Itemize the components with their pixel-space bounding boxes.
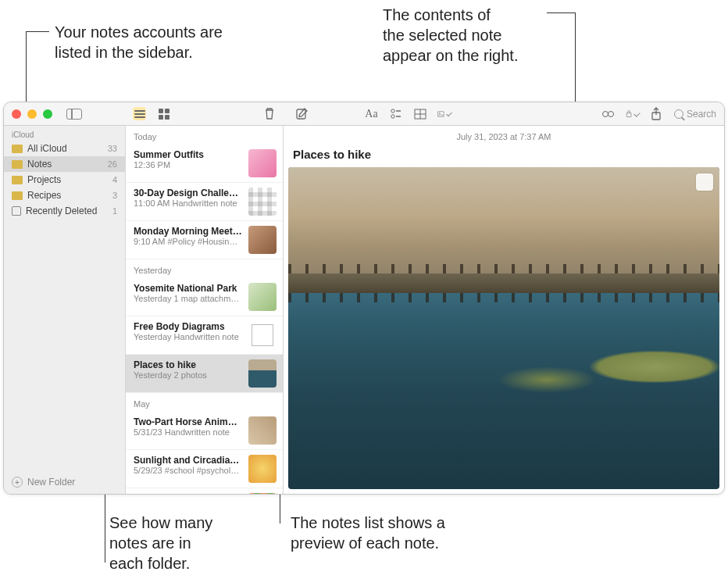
note-time: Yesterday: [134, 370, 172, 380]
folder-icon: [12, 176, 23, 184]
zoom-button[interactable]: [43, 109, 52, 119]
svg-rect-8: [626, 113, 631, 117]
sidebar-account-header: iCloud: [4, 126, 125, 141]
new-note-icon[interactable]: [295, 107, 309, 120]
folder-icon: [12, 145, 23, 153]
gallery-view-icon[interactable]: [157, 107, 170, 120]
sidebar-item-recently-deleted[interactable]: Recently Deleted 1: [4, 203, 125, 219]
sidebar-item-count: 33: [108, 144, 117, 153]
note-time: 12:36 PM: [134, 160, 170, 170]
note-title: Yosemite National Park: [134, 283, 242, 294]
toolbar-right: Search: [601, 107, 716, 120]
note-time: Yesterday: [134, 294, 172, 303]
callout-accounts: Your notes accounts are listed in the si…: [55, 22, 223, 63]
note-time: 5/31/23: [134, 427, 162, 437]
note-title: Places to hike: [134, 359, 242, 370]
note-thumbnail: [248, 149, 277, 177]
note-preview: Handwritten note: [162, 427, 230, 437]
search-field[interactable]: Search: [674, 109, 716, 120]
note-item[interactable]: Nature Walks 5/25/23Handwritten note: [126, 488, 283, 494]
checklist-icon[interactable]: [389, 107, 402, 120]
note-item[interactable]: 30-Day Design Challen… 11:00 AMHandwritt…: [126, 183, 283, 221]
new-folder-label: New Folder: [27, 477, 75, 488]
note-attachment-image[interactable]: [288, 167, 719, 489]
trash-icon: [12, 206, 21, 216]
callout-counts: See how many notes are in each folder.: [109, 513, 212, 573]
note-title: Sunlight and Circadian…: [134, 455, 242, 466]
insert-media-icon[interactable]: [437, 107, 451, 120]
sidebar-item-all-icloud[interactable]: All iCloud 33: [4, 141, 125, 156]
sidebar-item-label: Projects: [27, 174, 108, 185]
callout-line: [26, 31, 49, 32]
note-thumbnail: [248, 283, 277, 311]
notes-section-header: May: [126, 393, 283, 412]
new-folder-button[interactable]: + New Folder: [4, 470, 125, 494]
search-placeholder: Search: [687, 109, 716, 120]
notes-list: Today Summer Outfits 12:36 PM 30-Day Des…: [126, 126, 284, 494]
note-time: 9:10 AM: [134, 237, 165, 246]
note-preview: #school #psycholo…: [162, 466, 242, 475]
share-icon[interactable]: [650, 107, 663, 120]
list-view-icon[interactable]: [133, 107, 146, 120]
link-icon[interactable]: [601, 107, 615, 120]
note-title: Summer Outfits: [134, 149, 242, 160]
note-preview: Handwritten note: [170, 198, 237, 208]
minimize-button[interactable]: [27, 109, 37, 119]
note-thumbnail: [248, 321, 277, 349]
svg-point-6: [602, 111, 608, 116]
sidebar-item-recipes[interactable]: Recipes 3: [4, 188, 125, 203]
sidebar-item-count: 26: [108, 159, 117, 169]
note-item[interactable]: Summer Outfits 12:36 PM: [126, 145, 283, 183]
note-content-title[interactable]: Places to hike: [284, 148, 724, 167]
note-preview: #Policy #Housing…: [165, 237, 242, 246]
note-preview: Handwritten note: [172, 332, 239, 341]
note-title: Nature Walks: [134, 493, 242, 494]
note-title: 30-Day Design Challen…: [134, 188, 242, 198]
note-item[interactable]: Places to hike Yesterday2 photos: [126, 355, 283, 393]
sidebar-item-notes[interactable]: Notes 26: [4, 156, 125, 172]
note-time: 5/29/23: [134, 466, 162, 475]
callout-content: The contents of the selected note appear…: [383, 5, 518, 66]
sidebar-item-count: 4: [112, 175, 117, 184]
sidebar-item-label: All iCloud: [27, 143, 103, 154]
sidebar: iCloud All iCloud 33 Notes 26 Projects 4…: [4, 126, 126, 494]
titlebar: Aa Search: [4, 102, 724, 126]
notes-section-header: Today: [126, 126, 283, 145]
svg-point-2: [391, 114, 394, 117]
note-item[interactable]: Two-Part Horse Anima… 5/31/23Handwritten…: [126, 412, 283, 450]
plus-icon: +: [12, 477, 23, 488]
folder-icon: [12, 160, 23, 169]
lock-icon[interactable]: [626, 107, 639, 120]
folder-icon: [12, 191, 23, 200]
svg-point-7: [608, 111, 613, 116]
table-icon[interactable]: [413, 107, 426, 120]
note-thumbnail: [248, 416, 277, 445]
note-item[interactable]: Sunlight and Circadian… 5/29/23#school #…: [126, 450, 283, 488]
callout-line: [547, 13, 575, 13]
note-preview: 1 map attachment: [172, 294, 242, 303]
note-thumbnail: [248, 455, 277, 483]
sidebar-item-projects[interactable]: Projects 4: [4, 172, 125, 188]
note-item[interactable]: Monday Morning Meeting 9:10 AM#Policy #H…: [126, 221, 283, 259]
sidebar-item-label: Notes: [27, 159, 103, 170]
svg-point-5: [439, 113, 440, 113]
note-title: Two-Part Horse Anima…: [134, 416, 242, 427]
notes-section-header: Yesterday: [126, 259, 283, 278]
note-item[interactable]: Free Body Diagrams YesterdayHandwritten …: [126, 316, 283, 355]
note-thumbnail: [248, 493, 277, 494]
sidebar-item-label: Recipes: [27, 190, 108, 201]
svg-point-1: [391, 109, 394, 112]
text-style-icon[interactable]: Aa: [365, 107, 378, 120]
callout-preview: The notes list shows a preview of each n…: [291, 513, 445, 553]
sidebar-item-label: Recently Deleted: [26, 205, 108, 216]
note-title: Free Body Diagrams: [134, 321, 242, 332]
toggle-sidebar-icon[interactable]: [66, 109, 82, 120]
note-item[interactable]: Yosemite National Park Yesterday1 map at…: [126, 278, 283, 316]
note-thumbnail: [248, 359, 277, 388]
close-button[interactable]: [12, 109, 21, 119]
sidebar-item-count: 3: [112, 191, 117, 200]
search-icon: [674, 109, 683, 119]
window-body: iCloud All iCloud 33 Notes 26 Projects 4…: [4, 126, 724, 494]
delete-note-icon[interactable]: [263, 107, 276, 120]
note-title: Monday Morning Meeting: [134, 226, 242, 237]
